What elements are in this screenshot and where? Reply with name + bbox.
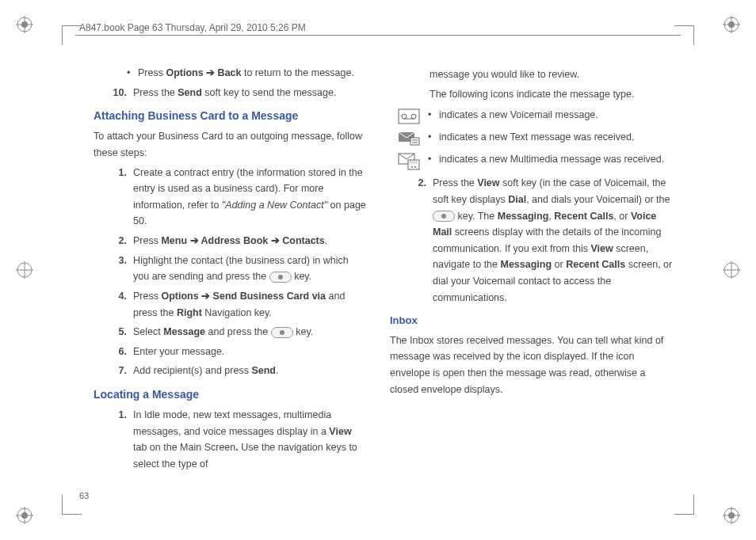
step-text: Press the Send soft key to send the mess…: [133, 85, 366, 101]
bold-text: Menu ➔ Address Book ➔ Contacts: [161, 235, 324, 246]
bold-text: Right: [177, 307, 202, 318]
ok-key-icon: [269, 272, 292, 283]
svg-point-35: [414, 166, 416, 168]
text: tab on the Main Screen: [133, 442, 235, 453]
text: Press the: [433, 177, 477, 188]
step-number: 4.: [105, 288, 133, 321]
step-text: Create a contract entry (the information…: [133, 165, 366, 230]
step-number: 1.: [105, 407, 133, 473]
text: Add recipient(s) and press: [133, 365, 251, 376]
bold-text: View: [329, 426, 351, 437]
text: Highlight the contact (the business card…: [133, 255, 349, 283]
bold-text: View: [477, 177, 499, 188]
bold-text: Options ➔ Back: [166, 67, 241, 78]
registration-mark-icon: [723, 16, 740, 33]
text: Press: [133, 291, 161, 302]
step-number: 6.: [105, 344, 133, 360]
text: key.: [292, 271, 311, 282]
bullet-text: Press Options ➔ Back to return to the me…: [138, 65, 366, 82]
step-text: Highlight the contact (the business card…: [133, 253, 366, 285]
paragraph: The following icons indicate the message…: [430, 86, 677, 103]
right-step-2: 2. Press the View soft key (in the case …: [404, 175, 677, 306]
bullet-dot: •: [428, 129, 439, 146]
bold-text: Send: [251, 365, 276, 376]
content-area: • Press Options ➔ Back to return to the …: [79, 63, 677, 492]
text: Navigation key.: [202, 307, 272, 318]
paragraph: To attach your Business Card to an outgo…: [94, 128, 366, 161]
registration-mark-icon: [16, 261, 33, 279]
text: or: [552, 259, 566, 270]
icon-description: • indicates a new Text message was recei…: [428, 129, 677, 146]
header-text: A847.book Page 63 Thursday, April 29, 20…: [79, 22, 306, 33]
svg-rect-27: [410, 138, 419, 145]
icon-row-voicemail: • indicates a new Voicemail message.: [390, 107, 677, 124]
bold-text: Send: [178, 87, 202, 98]
heading-inbox: Inbox: [390, 312, 677, 329]
svg-point-23: [402, 114, 407, 119]
cropmark-icon: [674, 495, 694, 515]
text: .: [276, 365, 278, 376]
step-4: 4. Press Options ➔ Send Business Card vi…: [105, 288, 366, 321]
bold-text: Recent Calls: [554, 211, 613, 222]
step-text: Enter your message.: [133, 344, 366, 360]
step-text: Add recipient(s) and press Send.: [133, 363, 366, 379]
step-text: Press the View soft key (in the case of …: [433, 175, 677, 306]
step-number: 7.: [105, 363, 133, 379]
bullet-dot: •: [428, 151, 439, 170]
text: Press: [138, 67, 166, 78]
step-7: 7. Add recipient(s) and press Send.: [105, 363, 366, 379]
text: key. The: [455, 211, 498, 222]
bold-text: Options ➔ Send Business Card via: [161, 291, 326, 302]
ok-key-icon: [271, 327, 293, 338]
text: indicates a new Voicemail message.: [439, 107, 598, 124]
multimedia-message-icon: [390, 151, 428, 170]
registration-mark-icon: [723, 261, 740, 279]
text: .: [325, 235, 327, 246]
text: and press the: [205, 326, 271, 337]
heading-locating-message: Locating a Message: [94, 386, 366, 404]
step-1: 1. Create a contract entry (the informat…: [105, 165, 366, 230]
italic-text: "Adding a New Contact": [222, 200, 327, 211]
step-number: 10.: [105, 85, 133, 101]
step-number: 2.: [404, 175, 433, 306]
text: indicates a new Multimedia message was r…: [439, 151, 664, 170]
icon-row-multimedia-message: • indicates a new Multimedia message was…: [390, 151, 677, 170]
icon-description: • indicates a new Voicemail message.: [428, 107, 677, 124]
bullet-dot: •: [428, 107, 439, 124]
text: Select: [133, 326, 163, 337]
step-text: Press Menu ➔ Address Book ➔ Contacts.: [133, 233, 366, 249]
registration-mark-icon: [16, 16, 33, 33]
step-10: 10. Press the Send soft key to send the …: [105, 85, 366, 101]
step-number: 1.: [105, 165, 133, 230]
bold-text: Recent Calls: [566, 259, 625, 270]
text: indicates a new Text message was receive…: [439, 129, 634, 146]
right-column: message you would like to review. The fo…: [390, 63, 677, 492]
text: Press the: [133, 87, 178, 98]
registration-mark-icon: [723, 507, 740, 524]
continued-text: message you would like to review.: [430, 67, 677, 83]
heading-attaching-business-card: Attaching Business Card to a Message: [94, 107, 366, 125]
step-2: 2. Press Menu ➔ Address Book ➔ Contacts.: [105, 233, 366, 249]
step-number: 5.: [105, 324, 133, 340]
step-number: 3.: [105, 253, 133, 285]
icon-row-text-message: • indicates a new Text message was recei…: [390, 129, 677, 146]
icon-description: • indicates a new Multimedia message was…: [428, 151, 677, 170]
bold-text: Messaging: [498, 211, 549, 222]
step-5: 5. Select Message and press the key.: [105, 324, 366, 340]
bold-text: View: [590, 243, 613, 254]
text: , and dials your Voicemail) or the: [526, 194, 670, 205]
registration-mark-icon: [16, 507, 33, 524]
step-6: 6. Enter your message.: [105, 344, 366, 360]
left-column: • Press Options ➔ Back to return to the …: [79, 63, 366, 492]
svg-point-24: [411, 114, 416, 119]
paragraph: The Inbox stores received messages. You …: [390, 333, 677, 398]
bold-text: Message: [163, 326, 205, 337]
svg-point-34: [411, 166, 413, 168]
bullet-dot: •: [127, 65, 138, 82]
bold-text: Messaging: [500, 259, 552, 270]
header-rule: [75, 35, 681, 36]
voicemail-icon: [390, 107, 428, 124]
text: Press: [133, 235, 161, 246]
text: soft key to send the message.: [202, 87, 337, 98]
text: In Idle mode, new text messages, multime…: [133, 409, 331, 437]
